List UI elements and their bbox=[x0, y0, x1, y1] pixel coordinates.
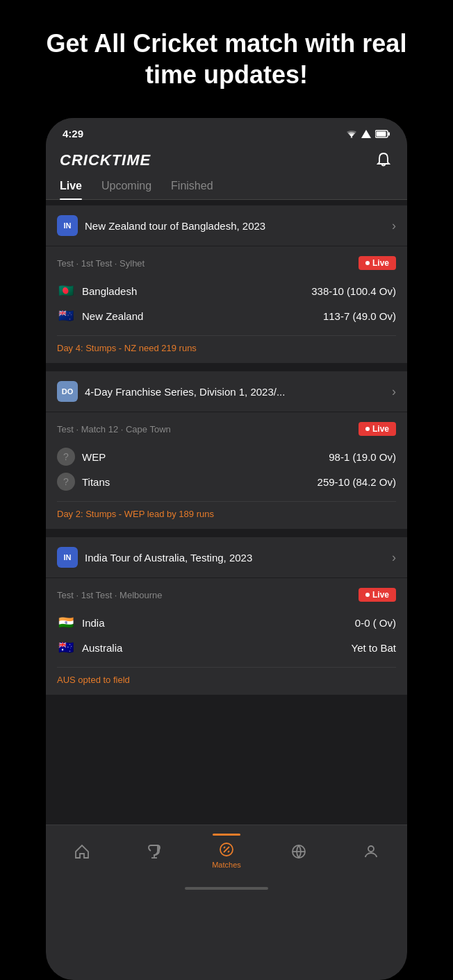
chevron-icon-1: › bbox=[392, 219, 396, 233]
match-card-2: Test · Match 12 · Cape Town Live ? WEP 9… bbox=[46, 412, 407, 529]
team-score-3a: 0-0 ( Ov) bbox=[355, 617, 396, 629]
flag-wep: ? bbox=[57, 448, 75, 466]
person-icon bbox=[363, 843, 379, 860]
team-left-2b: ? Titans bbox=[57, 473, 110, 491]
nav-globe[interactable] bbox=[278, 843, 320, 860]
series-badge-2: DO bbox=[57, 381, 78, 402]
signal-icon bbox=[361, 130, 371, 138]
team-score-2b: 259-10 (84.2 Ov) bbox=[318, 476, 396, 488]
svg-rect-3 bbox=[377, 131, 386, 136]
home-icon bbox=[74, 843, 90, 860]
bottom-nav: Matches bbox=[46, 825, 407, 883]
match-info-1: Test · 1st Test · Sylhet bbox=[57, 258, 145, 269]
team-score-1a: 338-10 (100.4 Ov) bbox=[311, 285, 396, 297]
tab-live[interactable]: Live bbox=[60, 180, 82, 199]
team-name-1a: Bangladesh bbox=[82, 285, 137, 297]
flag-india: 🇮🇳 bbox=[57, 614, 75, 632]
series-badge-3: IN bbox=[57, 547, 78, 568]
divider-1 bbox=[46, 200, 407, 205]
live-dot-1 bbox=[365, 261, 370, 265]
app-logo: CRICKTIME bbox=[60, 151, 151, 169]
match-status-2: Day 2: Stumps - WEP lead by 189 runs bbox=[57, 501, 396, 519]
flag-titans: ? bbox=[57, 473, 75, 491]
live-dot-3 bbox=[365, 593, 370, 597]
flag-bangladesh: 🇧🇩 bbox=[57, 282, 75, 300]
live-badge-3: Live bbox=[359, 588, 396, 602]
nav-trophy[interactable] bbox=[133, 843, 175, 860]
team-score-1b: 113-7 (49.0 Ov) bbox=[323, 310, 396, 322]
status-icons bbox=[346, 130, 390, 138]
team-name-2b: Titans bbox=[82, 476, 110, 488]
match-status-1: Day 4: Stumps - NZ need 219 runs bbox=[57, 335, 396, 353]
team-left-1b: 🇳🇿 New Zealand bbox=[57, 307, 143, 325]
nav-matches-label: Matches bbox=[212, 861, 241, 869]
series-name-2: 4-Day Franchise Series, Division 1, 2023… bbox=[85, 386, 392, 398]
content-area: IN New Zealand tour of Bangladesh, 2023 … bbox=[46, 200, 407, 825]
svg-marker-0 bbox=[361, 130, 371, 138]
nav-profile[interactable] bbox=[350, 843, 392, 860]
tab-finished[interactable]: Finished bbox=[171, 180, 213, 199]
team-left-2a: ? WEP bbox=[57, 448, 106, 466]
tabs: Live Upcoming Finished bbox=[46, 180, 407, 200]
match-info-3: Test · 1st Test · Melbourne bbox=[57, 590, 163, 600]
team-name-1b: New Zealand bbox=[82, 310, 143, 322]
series-header-2[interactable]: DO 4-Day Franchise Series, Division 1, 2… bbox=[46, 371, 407, 412]
nav-home[interactable] bbox=[61, 843, 103, 860]
team-row-1a: 🇧🇩 Bangladesh 338-10 (100.4 Ov) bbox=[57, 278, 396, 303]
series-name-3: India Tour of Australia, Testing, 2023 bbox=[85, 552, 392, 564]
team-name-2a: WEP bbox=[82, 451, 106, 463]
match-meta-1: Test · 1st Test · Sylhet Live bbox=[57, 256, 396, 270]
team-left-3a: 🇮🇳 India bbox=[57, 614, 105, 632]
team-row-2a: ? WEP 98-1 (19.0 Ov) bbox=[57, 444, 396, 469]
flag-australia: 🇦🇺 bbox=[57, 639, 75, 657]
trophy-icon bbox=[146, 843, 163, 860]
phone-frame: 4:29 bbox=[46, 118, 407, 980]
team-row-2b: ? Titans 259-10 (84.2 Ov) bbox=[57, 469, 396, 494]
chevron-icon-3: › bbox=[392, 550, 396, 565]
match-meta-3: Test · 1st Test · Melbourne Live bbox=[57, 588, 396, 602]
nav-matches[interactable]: Matches bbox=[206, 834, 247, 869]
live-badge-1: Live bbox=[359, 256, 396, 270]
team-row-1b: 🇳🇿 New Zealand 113-7 (49.0 Ov) bbox=[57, 303, 396, 328]
series-badge-1: IN bbox=[57, 215, 78, 236]
home-bar bbox=[185, 887, 268, 890]
cricket-icon bbox=[218, 841, 235, 858]
globe-icon bbox=[290, 843, 307, 860]
match-card-1: Test · 1st Test · Sylhet Live 🇧🇩 Banglad… bbox=[46, 246, 407, 363]
nav-active-indicator bbox=[213, 834, 240, 836]
live-dot-2 bbox=[365, 427, 370, 431]
tab-upcoming[interactable]: Upcoming bbox=[101, 180, 151, 199]
team-score-2a: 98-1 (19.0 Ov) bbox=[329, 451, 396, 463]
series-header-1[interactable]: IN New Zealand tour of Bangladesh, 2023 … bbox=[46, 205, 407, 246]
team-left-1a: 🇧🇩 Bangladesh bbox=[57, 282, 137, 300]
team-score-3b: Yet to Bat bbox=[352, 642, 397, 654]
match-meta-2: Test · Match 12 · Cape Town Live bbox=[57, 422, 396, 436]
live-badge-2: Live bbox=[359, 422, 396, 436]
match-status-3: AUS opted to field bbox=[57, 667, 396, 685]
app-header: CRICKTIME bbox=[46, 145, 407, 180]
team-row-3a: 🇮🇳 India 0-0 ( Ov) bbox=[57, 610, 396, 635]
home-indicator bbox=[46, 883, 407, 897]
battery-icon bbox=[375, 130, 390, 138]
status-bar: 4:29 bbox=[46, 118, 407, 145]
team-left-3b: 🇦🇺 Australia bbox=[57, 639, 122, 657]
status-time: 4:29 bbox=[63, 128, 83, 140]
series-name-1: New Zealand tour of Bangladesh, 2023 bbox=[85, 220, 392, 232]
headline: Get All Cricket match with real time upd… bbox=[0, 28, 453, 118]
flag-newzealand: 🇳🇿 bbox=[57, 307, 75, 325]
series-header-3[interactable]: IN India Tour of Australia, Testing, 202… bbox=[46, 537, 407, 577]
team-row-3b: 🇦🇺 Australia Yet to Bat bbox=[57, 635, 396, 660]
wifi-icon bbox=[346, 130, 357, 138]
match-card-3: Test · 1st Test · Melbourne Live 🇮🇳 Indi… bbox=[46, 578, 407, 695]
bell-icon[interactable] bbox=[374, 151, 393, 170]
svg-point-6 bbox=[368, 846, 374, 852]
team-name-3b: Australia bbox=[82, 642, 122, 654]
svg-rect-2 bbox=[388, 132, 390, 135]
match-info-2: Test · Match 12 · Cape Town bbox=[57, 424, 171, 434]
chevron-icon-2: › bbox=[392, 385, 396, 399]
team-name-3a: India bbox=[82, 617, 105, 629]
app-outer: Get All Cricket match with real time upd… bbox=[0, 0, 453, 980]
